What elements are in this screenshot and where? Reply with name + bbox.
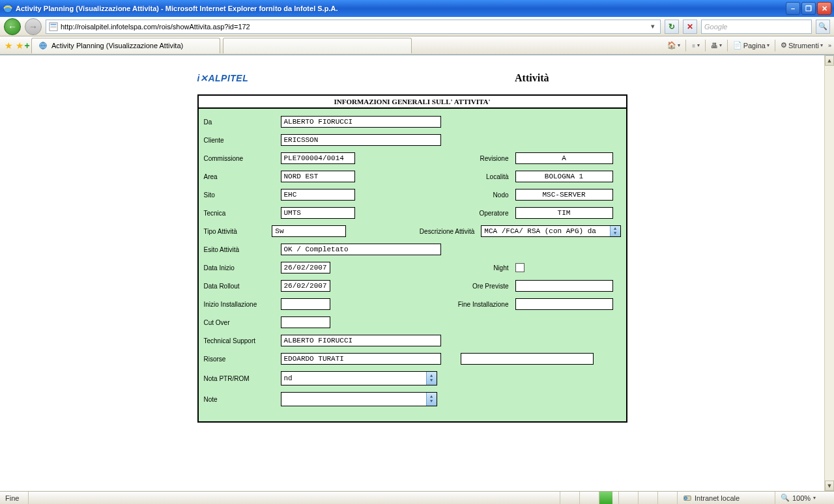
print-button[interactable]: 🖶▾ xyxy=(711,42,722,49)
gear-icon: ⚙ xyxy=(781,41,787,49)
forward-button[interactable]: → xyxy=(25,18,42,35)
localita-label: Località xyxy=(442,173,515,180)
panel-header: INFORMAZIONI GENERALI SULL' ATTIVITA' xyxy=(199,96,626,109)
address-bar[interactable]: ▾ xyxy=(46,20,661,34)
status-cell xyxy=(658,492,678,504)
window-close-button[interactable]: ✕ xyxy=(817,2,831,15)
back-button[interactable]: ← xyxy=(4,18,21,35)
chevron-down-icon[interactable]: ▾ xyxy=(813,495,816,501)
fine-inst-field[interactable] xyxy=(515,298,613,310)
inizio-inst-field[interactable] xyxy=(281,298,330,310)
status-spacer xyxy=(29,492,560,504)
tab-icon xyxy=(38,41,48,50)
da-field[interactable]: ALBERTO FIORUCCI xyxy=(281,116,441,128)
page-menu[interactable]: 📄Pagina▾ xyxy=(733,41,769,49)
tab-label: Activity Planning (Visualizzazione Attiv… xyxy=(51,42,183,49)
data-rollout-label: Data Rollout xyxy=(204,283,281,290)
nota-ptr-value: nd xyxy=(284,374,293,382)
cliente-field[interactable]: ERICSSON xyxy=(281,134,441,146)
tsupport-field[interactable]: ALBERTO FIORUCCI xyxy=(281,335,441,346)
separator xyxy=(727,40,728,51)
address-dropdown-icon[interactable]: ▾ xyxy=(648,22,657,31)
inizio-inst-label: Inizio Installazione xyxy=(204,301,281,308)
tools-menu-label: Strumenti xyxy=(788,42,819,49)
feeds-button[interactable]: ∎▾ xyxy=(691,41,700,49)
chevron-button[interactable]: » xyxy=(828,42,831,49)
search-button[interactable]: 🔍 xyxy=(816,20,830,34)
spinner-icon[interactable]: ▲▼ xyxy=(426,393,437,406)
separator xyxy=(685,40,686,51)
new-tab-button[interactable] xyxy=(223,38,412,53)
note-label: Note xyxy=(204,396,281,403)
data-inizio-field[interactable]: 26/02/2007 xyxy=(281,262,330,273)
nota-ptr-field[interactable]: nd ▲▼ xyxy=(281,371,437,385)
window-title: Activity Planning (Visualizzazione Attiv… xyxy=(16,5,786,12)
content-viewport: i✕ALPITEL Attività INFORMAZIONI GENERALI… xyxy=(0,55,834,491)
status-cell xyxy=(580,492,599,504)
risorse-field[interactable]: EDOARDO TURATI xyxy=(281,353,441,365)
night-checkbox[interactable] xyxy=(515,263,525,272)
sito-field[interactable]: EHC xyxy=(281,189,355,201)
ie-icon xyxy=(3,3,13,14)
refresh-button[interactable]: ↻ xyxy=(665,20,679,34)
ore-previste-field[interactable] xyxy=(515,280,613,292)
cutover-field[interactable] xyxy=(281,316,330,328)
tipo-label: Tipo Attività xyxy=(204,228,272,235)
company-logo: i✕ALPITEL xyxy=(197,73,249,83)
da-label: Da xyxy=(204,119,281,126)
data-rollout-field[interactable]: 26/02/2007 xyxy=(281,280,330,292)
nodo-label: Nodo xyxy=(442,191,515,199)
add-favorites-button[interactable]: ★+ xyxy=(17,40,29,51)
risorse-label: Risorse xyxy=(204,356,281,363)
page-title: Attività xyxy=(515,72,549,84)
chevron-right-icon: » xyxy=(828,42,831,49)
localita-field[interactable]: BOLOGNA 1 xyxy=(515,171,613,182)
window-minimize-button[interactable]: – xyxy=(786,2,800,15)
scroll-down-icon[interactable]: ▼ xyxy=(825,481,834,491)
area-field[interactable]: NORD EST xyxy=(281,171,355,182)
page-menu-label: Pagina xyxy=(743,42,766,49)
operatore-label: Operatore xyxy=(442,210,515,217)
security-zone-label: Intranet locale xyxy=(695,494,740,502)
favorites-center-button[interactable]: ★ xyxy=(3,40,14,51)
ore-previste-label: Ore Previste xyxy=(442,283,515,290)
search-box[interactable]: Google xyxy=(701,20,812,34)
security-zone[interactable]: Intranet locale xyxy=(678,492,775,504)
scroll-up-icon[interactable]: ▲ xyxy=(825,55,834,66)
tools-menu[interactable]: ⚙Strumenti▾ xyxy=(781,41,823,49)
window-restore-button[interactable]: ❐ xyxy=(801,2,816,15)
risorse-field-2[interactable] xyxy=(461,353,594,365)
tab-toolbar: ★ ★+ Activity Planning (Visualizzazione … xyxy=(0,36,834,55)
revisione-label: Revisione xyxy=(442,155,515,162)
vertical-scrollbar[interactable]: ▲ ▼ xyxy=(824,55,834,491)
cutover-label: Cut Over xyxy=(204,319,281,326)
zoom-icon: 🔍 xyxy=(781,494,790,502)
zoom-control[interactable]: 🔍 100% ▾ xyxy=(775,492,834,504)
home-button[interactable]: 🏠▾ xyxy=(667,41,680,49)
tipo-field[interactable]: Sw xyxy=(272,225,346,237)
spinner-icon[interactable]: ▲▼ xyxy=(610,226,620,236)
separator xyxy=(705,40,706,51)
address-input[interactable] xyxy=(61,23,648,31)
commissione-field[interactable]: PLE700004/0014 xyxy=(281,152,355,164)
status-cell xyxy=(639,492,658,504)
descrizione-select[interactable]: MCA /FCA/ RSA (con APG) da ▲▼ xyxy=(481,225,620,237)
browser-tab[interactable]: Activity Planning (Visualizzazione Attiv… xyxy=(31,38,220,53)
svg-rect-2 xyxy=(51,23,57,25)
esito-field[interactable]: OK / Completato xyxy=(281,244,441,255)
status-done: Fine xyxy=(0,492,29,504)
svg-point-0 xyxy=(4,5,12,13)
print-icon: 🖶 xyxy=(711,42,718,49)
sito-label: Sito xyxy=(204,191,281,199)
navigation-toolbar: ← → ▾ ↻ ✕ Google 🔍 xyxy=(0,17,834,36)
tecnica-field[interactable]: UMTS xyxy=(281,207,355,219)
spinner-icon[interactable]: ▲▼ xyxy=(426,372,437,385)
stop-button[interactable]: ✕ xyxy=(683,20,697,34)
commissione-label: Commissione xyxy=(204,155,281,162)
nodo-field[interactable]: MSC-SERVER xyxy=(515,189,613,201)
status-cell xyxy=(560,492,580,504)
revisione-field[interactable]: A xyxy=(515,152,613,164)
svg-rect-4 xyxy=(51,27,57,27)
operatore-field[interactable]: TIM xyxy=(515,207,613,219)
note-field[interactable]: ▲▼ xyxy=(281,392,437,406)
